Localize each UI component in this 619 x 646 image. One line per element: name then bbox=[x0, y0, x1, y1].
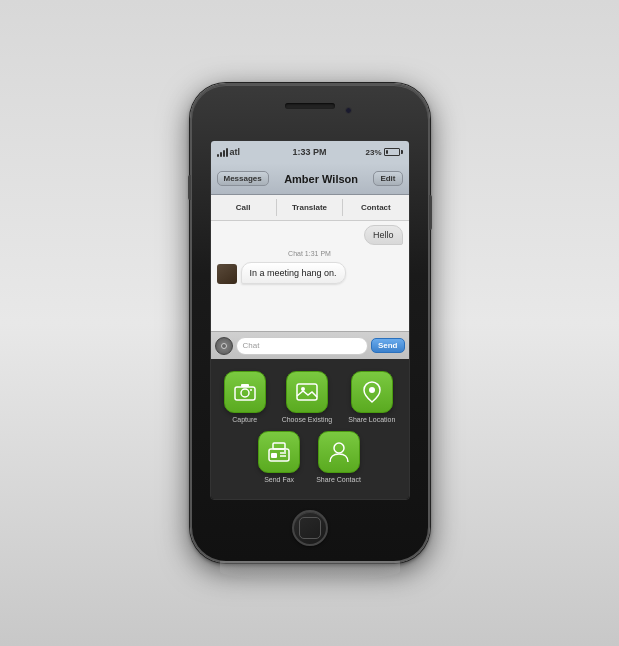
translate-button[interactable]: Translate bbox=[277, 199, 343, 216]
home-button-inner bbox=[299, 517, 321, 539]
phone-screen: atl 1:33 PM 23% Messages Amber Wilson Ed… bbox=[210, 140, 410, 500]
share-contact-label: Share Contact bbox=[316, 476, 361, 483]
capture-icon-box bbox=[224, 371, 266, 413]
camera-icon bbox=[234, 383, 256, 401]
mic-icon bbox=[221, 343, 227, 349]
chat-input[interactable]: Chat bbox=[236, 337, 368, 355]
svg-point-3 bbox=[250, 389, 252, 391]
call-button[interactable]: Call bbox=[211, 199, 277, 216]
phone-speaker bbox=[285, 103, 335, 109]
send-fax-label: Send Fax bbox=[264, 476, 294, 483]
send-button[interactable]: Send bbox=[371, 338, 405, 353]
contact-icon bbox=[329, 441, 349, 463]
send-fax-icon-box bbox=[258, 431, 300, 473]
signal-bar-4 bbox=[226, 148, 228, 157]
capture-item[interactable]: Capture bbox=[224, 371, 266, 423]
input-area: Chat Send bbox=[211, 331, 409, 359]
navigation-bar: Messages Amber Wilson Edit bbox=[211, 163, 409, 195]
share-contact-item[interactable]: Share Contact bbox=[316, 431, 361, 483]
status-bar: atl 1:33 PM 23% bbox=[211, 141, 409, 163]
avatar bbox=[217, 264, 237, 284]
capture-label: Capture bbox=[232, 416, 257, 423]
action-bar: Call Translate Contact bbox=[211, 195, 409, 221]
carrier-label: atl bbox=[230, 147, 241, 157]
svg-point-1 bbox=[241, 389, 249, 397]
contact-button[interactable]: Contact bbox=[343, 199, 408, 216]
clock: 1:33 PM bbox=[292, 147, 326, 157]
edit-button[interactable]: Edit bbox=[373, 171, 402, 186]
svg-rect-9 bbox=[271, 453, 277, 458]
svg-point-6 bbox=[369, 387, 375, 393]
fax-icon bbox=[268, 442, 290, 462]
choose-existing-label: Choose Existing bbox=[282, 416, 333, 423]
status-left: atl bbox=[217, 147, 241, 157]
status-right: 23% bbox=[365, 148, 402, 157]
share-location-icon-box bbox=[351, 371, 393, 413]
chat-timestamp: Chat 1:31 PM bbox=[211, 247, 409, 260]
chat-area: Hello Chat 1:31 PM In a meeting hang on. bbox=[211, 221, 409, 331]
signal-bar-1 bbox=[217, 154, 219, 157]
action-panel: Capture Choose Existing bbox=[211, 359, 409, 499]
old-message-container: Hello bbox=[211, 221, 409, 247]
share-location-item[interactable]: Share Location bbox=[348, 371, 395, 423]
location-icon bbox=[363, 381, 381, 403]
phone-reflection bbox=[220, 561, 400, 581]
svg-rect-8 bbox=[273, 443, 285, 449]
received-message-container: In a meeting hang on. bbox=[211, 260, 409, 288]
image-icon bbox=[296, 383, 318, 401]
signal-bars bbox=[217, 148, 228, 157]
share-contact-icon-box bbox=[318, 431, 360, 473]
send-fax-item[interactable]: Send Fax bbox=[258, 431, 300, 483]
chat-placeholder: Chat bbox=[243, 341, 260, 350]
phone-device: atl 1:33 PM 23% Messages Amber Wilson Ed… bbox=[190, 83, 430, 563]
home-button[interactable] bbox=[292, 510, 328, 546]
battery-percent: 23% bbox=[365, 148, 381, 157]
action-row-1: Capture Choose Existing bbox=[217, 371, 403, 423]
nav-title: Amber Wilson bbox=[284, 173, 358, 185]
share-location-label: Share Location bbox=[348, 416, 395, 423]
received-message-bubble: In a meeting hang on. bbox=[241, 262, 346, 284]
battery-icon bbox=[384, 148, 403, 156]
svg-rect-4 bbox=[297, 384, 317, 400]
avatar-image bbox=[217, 264, 237, 284]
action-row-2: Send Fax Share Contact bbox=[217, 431, 403, 483]
svg-rect-2 bbox=[241, 384, 249, 387]
mic-button[interactable] bbox=[215, 337, 233, 355]
signal-bar-3 bbox=[223, 150, 225, 157]
svg-point-13 bbox=[334, 443, 344, 453]
choose-existing-item[interactable]: Choose Existing bbox=[282, 371, 333, 423]
back-button[interactable]: Messages bbox=[217, 171, 269, 186]
front-camera bbox=[345, 107, 352, 114]
choose-existing-icon-box bbox=[286, 371, 328, 413]
signal-bar-2 bbox=[220, 152, 222, 157]
svg-point-12 bbox=[284, 450, 286, 452]
old-message-bubble: Hello bbox=[364, 225, 403, 245]
